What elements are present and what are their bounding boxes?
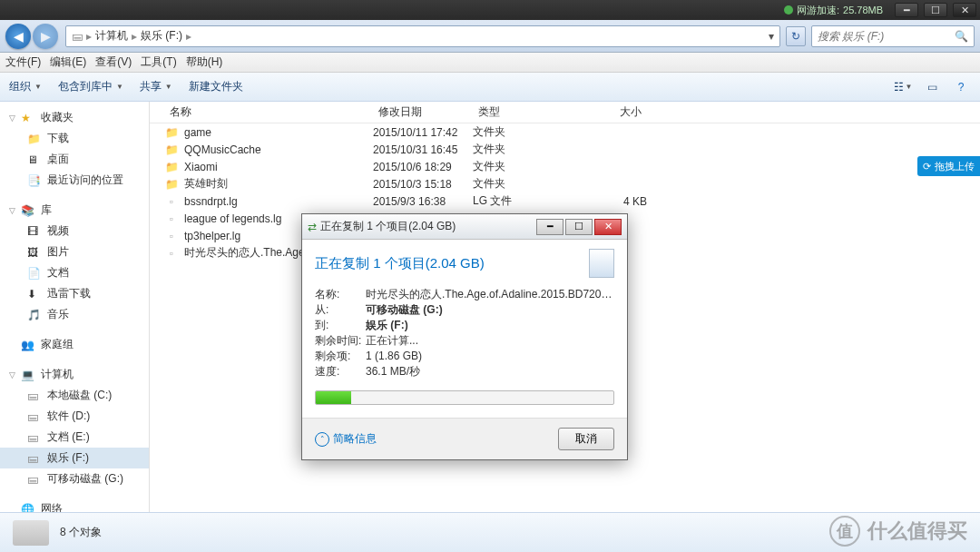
more-info-toggle[interactable]: ˄简略信息 bbox=[315, 431, 377, 447]
sidebar-item-drive-c[interactable]: 🖴本地磁盘 (C:) bbox=[0, 385, 149, 406]
sidebar-item-xunlei[interactable]: ⬇迅雷下载 bbox=[0, 283, 149, 304]
col-date[interactable]: 修改日期 bbox=[373, 104, 473, 120]
file-name: game bbox=[184, 126, 211, 139]
file-name: bssndrpt.lg bbox=[184, 195, 238, 208]
navigation-pane: ▽★收藏夹 📁下载 🖥桌面 📑最近访问的位置 ▽📚库 🎞视频 🖼图片 📄文档 ⬇… bbox=[0, 102, 150, 512]
file-name: QQMusicCache bbox=[184, 143, 261, 156]
dialog-titlebar[interactable]: ⇄ 正在复制 1 个项目(2.04 GB) ━ ☐ ✕ bbox=[302, 214, 627, 240]
file-row[interactable]: 📁英雄时刻2015/10/3 15:18文件夹 bbox=[150, 175, 980, 192]
close-button[interactable]: ✕ bbox=[953, 3, 976, 17]
menu-help[interactable]: 帮助(H) bbox=[186, 54, 223, 70]
watermark: 值 什么值得买 bbox=[829, 516, 967, 547]
sidebar-item-documents[interactable]: 📄文档 bbox=[0, 262, 149, 283]
search-box[interactable]: 🔍 bbox=[811, 25, 975, 47]
menu-edit[interactable]: 编辑(E) bbox=[50, 54, 86, 70]
row-items-value: 1 (1.86 GB) bbox=[366, 349, 614, 364]
search-input[interactable] bbox=[818, 30, 955, 43]
column-headers: 名称 修改日期 类型 大小 bbox=[150, 102, 980, 123]
copy-icon: ⇄ bbox=[308, 221, 317, 233]
view-options-button[interactable]: ☷▼ bbox=[893, 79, 913, 95]
folder-icon: 📁 bbox=[164, 143, 179, 157]
dialog-close-button[interactable]: ✕ bbox=[594, 219, 622, 235]
net-label: 网游加速: bbox=[797, 4, 839, 17]
maximize-button[interactable]: ☐ bbox=[924, 3, 947, 17]
file-row[interactable]: 📁QQMusicCache2015/10/31 16:45文件夹 bbox=[150, 141, 980, 158]
sidebar-computer-header[interactable]: ▽💻计算机 bbox=[0, 364, 149, 385]
col-type[interactable]: 类型 bbox=[473, 104, 565, 120]
sidebar-item-videos[interactable]: 🎞视频 bbox=[0, 221, 149, 242]
file-name: Xiaomi bbox=[184, 161, 218, 173]
progress-fill bbox=[316, 391, 351, 404]
minimize-button[interactable]: ━ bbox=[895, 3, 918, 17]
file-page-icon bbox=[589, 249, 614, 278]
sidebar-item-drive-g[interactable]: 🖴可移动磁盘 (G:) bbox=[0, 468, 149, 489]
sidebar-favorites-header[interactable]: ▽★收藏夹 bbox=[0, 107, 149, 128]
forward-button[interactable]: ▶ bbox=[33, 24, 58, 49]
address-bar[interactable]: 🖴 ▸ 计算机 ▸ 娱乐 (F:) ▸ ▾ bbox=[65, 25, 780, 47]
dialog-maximize-button[interactable]: ☐ bbox=[565, 219, 593, 235]
breadcrumb-sep: ▸ bbox=[132, 30, 137, 43]
upload-icon: ⟳ bbox=[923, 161, 931, 172]
new-folder-button[interactable]: 新建文件夹 bbox=[189, 79, 243, 94]
breadcrumb-sep: ▸ bbox=[86, 30, 92, 43]
sidebar-network-header[interactable]: ▽🌐网络 bbox=[0, 498, 149, 512]
refresh-button[interactable]: ↻ bbox=[786, 26, 806, 46]
cancel-button[interactable]: 取消 bbox=[558, 428, 614, 450]
col-name[interactable]: 名称 bbox=[164, 104, 373, 120]
sidebar-homegroup-header[interactable]: ▽👥家庭组 bbox=[0, 334, 149, 355]
breadcrumb-drive[interactable]: 娱乐 (F:) bbox=[141, 28, 182, 44]
folder-icon: 📁 bbox=[164, 125, 179, 140]
upload-widget[interactable]: ⟳ 拖拽上传 bbox=[917, 156, 980, 176]
drive-thumbnail bbox=[13, 520, 49, 546]
download-icon: ⬇ bbox=[27, 288, 42, 301]
library-icon: 📚 bbox=[21, 204, 35, 217]
file-name: league of legends.lg bbox=[184, 212, 281, 225]
menu-file[interactable]: 文件(F) bbox=[5, 54, 41, 70]
address-dropdown-icon[interactable]: ▾ bbox=[769, 30, 774, 43]
file-type: 文件夹 bbox=[473, 176, 565, 192]
sidebar-item-downloads[interactable]: 📁下载 bbox=[0, 128, 149, 149]
drive-icon: 🖴 bbox=[27, 473, 42, 486]
sidebar-item-recent[interactable]: 📑最近访问的位置 bbox=[0, 170, 149, 191]
preview-pane-button[interactable]: ▭ bbox=[922, 79, 942, 95]
col-size[interactable]: 大小 bbox=[565, 104, 647, 120]
network-status-icon bbox=[784, 5, 793, 15]
dialog-minimize-button[interactable]: ━ bbox=[536, 219, 564, 235]
status-count: 8 个对象 bbox=[60, 525, 102, 540]
sidebar-item-drive-f[interactable]: 🖴娱乐 (F:) bbox=[0, 448, 149, 468]
back-button[interactable]: ◀ bbox=[5, 24, 31, 49]
file-row[interactable]: 📁Xiaomi2015/10/6 18:29文件夹 bbox=[150, 158, 980, 175]
sidebar-item-music[interactable]: 🎵音乐 bbox=[0, 304, 149, 325]
network-icon: 🌐 bbox=[21, 503, 35, 513]
file-type: 文件夹 bbox=[473, 159, 565, 174]
file-row[interactable]: 📁game2015/10/11 17:42文件夹 bbox=[150, 123, 980, 141]
menu-view[interactable]: 查看(V) bbox=[95, 54, 132, 70]
file-name: tp3helper.lg bbox=[184, 230, 240, 242]
help-button[interactable]: ? bbox=[951, 79, 971, 95]
sidebar-item-drive-e[interactable]: 🖴文档 (E:) bbox=[0, 427, 149, 448]
organize-button[interactable]: 组织▼ bbox=[9, 79, 42, 94]
folder-icon: 📁 bbox=[27, 133, 42, 145]
document-icon: 📄 bbox=[27, 267, 42, 280]
sidebar-libraries-header[interactable]: ▽📚库 bbox=[0, 200, 149, 221]
menu-tools[interactable]: 工具(T) bbox=[141, 54, 176, 70]
share-button[interactable]: 共享▼ bbox=[140, 79, 172, 94]
row-to-value: 娱乐 (F:) bbox=[366, 318, 614, 333]
sidebar-item-desktop[interactable]: 🖥桌面 bbox=[0, 149, 149, 170]
address-bar-row: ◀ ▶ 🖴 ▸ 计算机 ▸ 娱乐 (F:) ▸ ▾ ↻ 🔍 bbox=[0, 20, 980, 53]
file-row[interactable]: ▫bssndrpt.lg2015/9/3 16:38LG 文件4 KB bbox=[150, 192, 980, 210]
sidebar-item-pictures[interactable]: 🖼图片 bbox=[0, 242, 149, 262]
search-icon[interactable]: 🔍 bbox=[955, 30, 968, 43]
watermark-icon: 值 bbox=[829, 516, 860, 547]
sidebar-item-drive-d[interactable]: 🖴软件 (D:) bbox=[0, 406, 149, 427]
file-icon: ▫ bbox=[164, 212, 179, 226]
drive-icon: 🖴 bbox=[27, 389, 42, 402]
breadcrumb-computer[interactable]: 计算机 bbox=[95, 28, 128, 44]
copy-dialog: ⇄ 正在复制 1 个项目(2.04 GB) ━ ☐ ✕ 正在复制 1 个项目(2… bbox=[301, 213, 628, 460]
progress-bar bbox=[315, 390, 614, 405]
file-date: 2015/10/11 17:42 bbox=[373, 126, 473, 139]
row-speed-label: 速度: bbox=[315, 364, 366, 380]
chevron-up-icon: ˄ bbox=[315, 432, 329, 447]
drive-icon: 🖴 bbox=[27, 452, 42, 465]
include-library-button[interactable]: 包含到库中▼ bbox=[58, 79, 123, 94]
